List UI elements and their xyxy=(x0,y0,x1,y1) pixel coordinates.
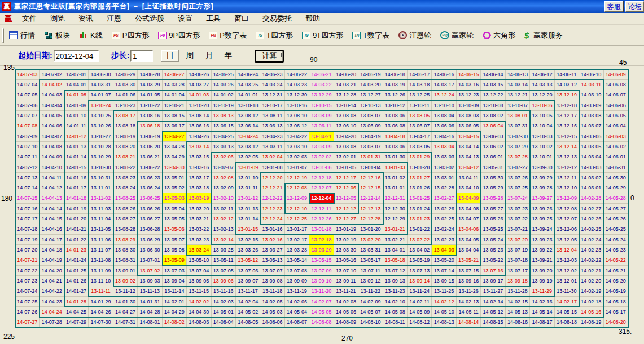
date-cell[interactable]: 14-04-11 xyxy=(40,173,64,183)
date-cell[interactable]: 13-12-24 xyxy=(432,90,456,100)
date-cell[interactable]: 13-02-15 xyxy=(236,235,260,245)
date-cell[interactable]: 14-07-08 xyxy=(15,121,40,131)
date-cell[interactable]: 13-09-11 xyxy=(334,276,358,286)
date-cell[interactable]: 13-01-08 xyxy=(260,162,284,173)
date-cell[interactable]: 13-04-16 xyxy=(432,131,456,142)
menu-item[interactable]: 文件 xyxy=(15,12,43,25)
date-cell[interactable]: 13-06-11 xyxy=(309,121,334,131)
date-cell[interactable]: 13-05-09 xyxy=(163,255,187,266)
date-cell[interactable]: 14-01-10 xyxy=(64,111,89,121)
date-cell[interactable]: 14-04-25 xyxy=(64,307,89,317)
date-cell[interactable]: 13-02-24 xyxy=(432,224,456,235)
date-cell[interactable]: 13-01-02 xyxy=(383,173,408,183)
date-cell[interactable]: 13-10-31 xyxy=(89,173,113,183)
date-cell[interactable]: 14-01-02 xyxy=(212,90,236,100)
date-cell[interactable]: 14-06-24 xyxy=(236,69,260,80)
date-cell[interactable]: 13-05-24 xyxy=(481,235,505,245)
date-cell[interactable]: 13-10-08 xyxy=(481,100,505,111)
date-cell[interactable]: 13-05-05 xyxy=(163,214,187,224)
date-cell[interactable]: 13-09-07 xyxy=(236,276,260,286)
date-cell[interactable]: 13-11-02 xyxy=(89,193,113,204)
date-cell[interactable]: 13-04-11 xyxy=(457,173,481,183)
date-cell[interactable]: 13-07-13 xyxy=(408,266,432,276)
date-cell[interactable]: 13-02-03 xyxy=(285,152,309,162)
date-cell[interactable]: 13-06-26 xyxy=(138,204,162,214)
date-cell[interactable]: 14-02-15 xyxy=(506,297,530,307)
date-cell[interactable]: 12-12-09 xyxy=(285,193,309,204)
date-cell[interactable]: 14-01-17 xyxy=(64,183,89,193)
date-cell[interactable]: 13-10-20 xyxy=(187,100,211,111)
date-cell[interactable]: 13-04-04 xyxy=(457,245,481,255)
date-cell[interactable]: 13-02-19 xyxy=(334,235,358,245)
date-cell[interactable]: 13-09-13 xyxy=(383,276,408,286)
date-cell[interactable]: 14-04-09 xyxy=(40,152,64,162)
date-cell[interactable]: 14-03-03 xyxy=(579,162,603,173)
date-cell[interactable]: 14-03-02 xyxy=(579,173,603,183)
date-cell[interactable]: 13-09-14 xyxy=(408,276,432,286)
date-cell[interactable]: 14-08-18 xyxy=(555,317,579,328)
date-cell[interactable]: 14-07-26 xyxy=(15,307,40,317)
date-cell[interactable]: 13-01-25 xyxy=(408,193,432,204)
date-cell[interactable]: 12-12-06 xyxy=(334,183,358,193)
date-cell[interactable]: 13-08-05 xyxy=(408,111,432,121)
date-cell[interactable]: 13-05-21 xyxy=(457,255,481,266)
date-cell[interactable]: 13-12-12 xyxy=(555,162,579,173)
date-cell[interactable]: 13-01-05 xyxy=(334,162,358,173)
date-cell[interactable]: 13-05-07 xyxy=(163,235,187,245)
date-cell[interactable]: 13-07-27 xyxy=(506,162,530,173)
date-cell[interactable]: 14-08-03 xyxy=(187,317,211,328)
date-cell[interactable]: 13-12-17 xyxy=(555,111,579,121)
date-cell[interactable]: 14-05-12 xyxy=(481,307,505,317)
date-cell[interactable]: 13-04-15 xyxy=(457,131,481,142)
date-cell[interactable]: 14-01-25 xyxy=(64,266,89,276)
toolbar-button[interactable]: Big赢家轮 xyxy=(439,29,475,42)
date-cell[interactable]: 12-12-27 xyxy=(334,214,358,224)
date-cell[interactable]: 14-02-17 xyxy=(555,297,579,307)
date-cell[interactable]: 12-12-26 xyxy=(309,214,334,224)
date-cell[interactable]: 13-05-25 xyxy=(481,224,505,235)
date-cell[interactable]: 13-01-06 xyxy=(309,162,334,173)
date-cell[interactable]: 13-07-18 xyxy=(506,255,530,266)
date-cell[interactable]: 14-02-28 xyxy=(579,193,603,204)
date-cell[interactable]: 14-03-09 xyxy=(579,100,603,111)
date-cell[interactable]: 13-11-17 xyxy=(236,286,260,297)
date-cell[interactable]: 12-12-29 xyxy=(383,214,408,224)
date-cell[interactable]: 13-10-01 xyxy=(530,152,554,162)
date-cell[interactable]: 14-05-30 xyxy=(604,173,628,183)
date-cell[interactable]: 13-02-07 xyxy=(212,162,236,173)
menu-item[interactable]: 交易委托 xyxy=(256,12,299,25)
date-cell[interactable]: 13-09-05 xyxy=(187,276,211,286)
date-cell[interactable]: 13-11-22 xyxy=(358,286,383,297)
date-cell[interactable]: 12-12-16 xyxy=(358,173,383,183)
date-cell[interactable]: 13-08-16 xyxy=(138,111,162,121)
date-cell[interactable]: 13-01-03 xyxy=(383,162,408,173)
date-cell[interactable]: 12-12-28 xyxy=(358,214,383,224)
date-cell[interactable]: 14-08-05 xyxy=(236,317,260,328)
date-cell[interactable]: 13-12-11 xyxy=(555,173,579,183)
date-cell[interactable]: 14-08-11 xyxy=(383,317,408,328)
date-cell[interactable]: 13-04-07 xyxy=(457,214,481,224)
date-cell[interactable]: 13-01-22 xyxy=(408,224,432,235)
step-input[interactable] xyxy=(130,50,153,62)
date-cell[interactable]: 14-05-08 xyxy=(383,307,408,317)
date-cell[interactable]: 13-02-11 xyxy=(212,204,236,214)
date-cell[interactable]: 13-03-07 xyxy=(358,142,383,152)
date-cell[interactable]: 13-09-24 xyxy=(530,224,554,235)
date-cell[interactable]: 14-05-23 xyxy=(604,245,628,255)
date-cell[interactable]: 13-05-15 xyxy=(309,255,334,266)
date-cell[interactable]: 13-08-15 xyxy=(163,111,187,121)
date-cell[interactable]: 13-02-02 xyxy=(309,152,334,162)
forum-button[interactable]: 论坛 xyxy=(625,1,644,12)
date-cell[interactable]: 13-05-22 xyxy=(481,255,505,266)
date-cell[interactable]: 14-03-25 xyxy=(236,80,260,90)
date-cell[interactable]: 13-09-23 xyxy=(530,235,554,245)
date-cell[interactable]: 14-05-16 xyxy=(579,307,603,317)
date-cell[interactable]: 14-02-27 xyxy=(579,204,603,214)
date-cell[interactable]: 14-07-30 xyxy=(89,317,113,328)
date-cell[interactable]: 14-01-03 xyxy=(187,90,211,100)
date-cell[interactable]: 13-06-30 xyxy=(138,245,162,255)
date-cell[interactable]: 14-02-19 xyxy=(579,286,603,297)
date-cell[interactable]: 13-08-20 xyxy=(113,142,138,152)
date-cell[interactable]: 12-12-30 xyxy=(383,204,408,214)
date-cell[interactable]: 13-08-04 xyxy=(432,111,456,121)
